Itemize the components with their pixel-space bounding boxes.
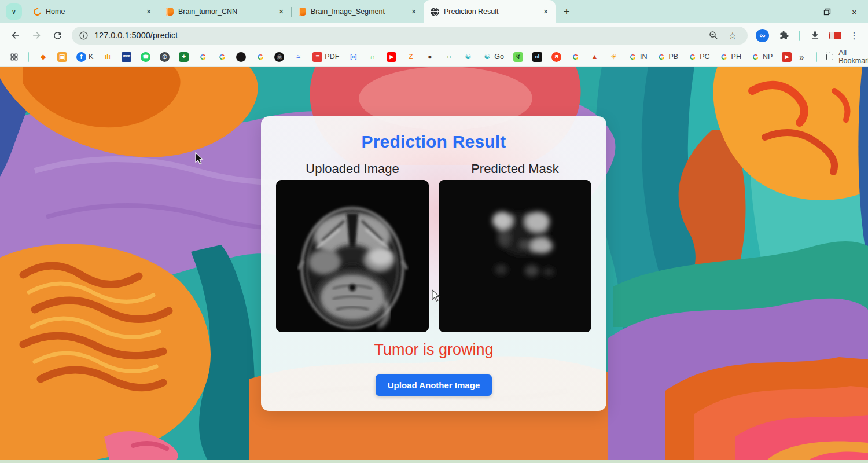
new-tab-button[interactable]: + [558, 3, 575, 20]
bookmark-green-plus[interactable]: + [175, 49, 193, 64]
menu-kebab-icon[interactable]: ⋮ [846, 27, 862, 43]
bookmark-google[interactable]: G [567, 49, 584, 64]
bookmark-youtube[interactable]: ▶ [382, 49, 400, 64]
bookmark-label: IN [640, 53, 648, 61]
bookmark-facebook[interactable]: f K [72, 49, 97, 64]
bookmark-label: Go [494, 53, 504, 61]
bookmark-diamond[interactable]: ◆ [34, 49, 52, 64]
bookmark-star-icon[interactable]: ☆ [724, 27, 741, 43]
download-icon [810, 30, 821, 41]
bookmark-zerodha[interactable]: Z [402, 49, 420, 64]
close-icon[interactable]: × [409, 6, 419, 17]
tab-prediction-result-active[interactable]: Prediction Result × [424, 0, 556, 23]
tab-home[interactable]: Home × [27, 0, 159, 23]
bookmark-label: PB [669, 53, 679, 61]
bookmark-google[interactable]: G PC [683, 49, 713, 64]
bookmark-icon: Я [551, 52, 561, 62]
zoom-icon[interactable] [708, 30, 719, 41]
toolbar-separator [799, 31, 800, 41]
mouse-cursor [194, 152, 204, 165]
bookmark-github[interactable] [232, 49, 250, 64]
bookmark-icon: ▶ [387, 52, 396, 62]
bookmark-icon: G [571, 52, 580, 62]
extensions-button[interactable] [774, 25, 793, 45]
back-button[interactable] [6, 25, 25, 45]
upload-another-image-button[interactable]: Upload Another Image [376, 374, 492, 396]
tab-brain-tumor-cnn[interactable]: Brain_tumor_CNN × [159, 0, 291, 23]
site-info-icon[interactable] [79, 31, 89, 41]
bookmark-red-app[interactable]: ▶ [778, 49, 796, 64]
downloads-button[interactable] [805, 25, 825, 45]
bookmark-pdf[interactable]: ≡ PDF [308, 49, 343, 64]
bookmark-icon: ⊕ [160, 52, 170, 62]
bookmarks-separator [28, 52, 29, 62]
bookmark-icon: ☯ [463, 52, 473, 62]
restore-button[interactable] [814, 0, 841, 23]
tab-title: Prediction Result [444, 8, 536, 16]
bookmark-swirl-teal[interactable]: ☯ [459, 49, 477, 64]
bookmark-icon: ☯ [482, 52, 492, 62]
bookmark-google[interactable]: G IN [624, 49, 652, 64]
bookmark-lens-dark[interactable]: ◉ [270, 49, 288, 64]
tab-strip: ∨ Home × Brain_tumor_CNN × Brain_Image_S… [0, 0, 868, 23]
bookmark-icon: ≡ [312, 52, 322, 62]
tab-search-button[interactable]: ∨ [6, 3, 22, 20]
extension-infinity-icon[interactable]: ∞ [756, 29, 769, 42]
jupyter-notebook-icon [166, 8, 174, 16]
bookmark-label: K [89, 53, 93, 61]
bookmarks-overflow-button[interactable]: » [797, 52, 806, 62]
reload-button[interactable] [47, 25, 67, 45]
bookmark-android[interactable]: ∩ [363, 49, 381, 64]
jupyter-notebook-icon [299, 8, 306, 16]
url-text[interactable]: 127.0.0.1:5000/predict [94, 31, 178, 40]
bookmark-google[interactable]: G [213, 49, 231, 64]
apps-grid-button[interactable] [6, 49, 23, 64]
page-viewport: Prediction Result Uploaded Image Predict… [0, 67, 868, 463]
bookmark-icon: [ıı] [348, 52, 358, 62]
bookmark-google[interactable]: G [251, 49, 269, 64]
bookmark-matlab[interactable]: ▲ [586, 49, 604, 64]
tab-brain-image-segment[interactable]: Brain_Image_Segment × [292, 0, 424, 23]
close-icon[interactable]: × [540, 6, 551, 17]
bookmark-google[interactable]: G NP [746, 49, 777, 64]
bookmark-whatsapp[interactable]: ☎ [137, 49, 155, 64]
chevron-down-icon: ∨ [12, 8, 17, 16]
bookmark-sun-orange[interactable]: ☀ [605, 49, 623, 64]
predicted-mask-heading: Predicted Mask [439, 161, 591, 177]
close-icon[interactable]: × [144, 6, 154, 17]
all-bookmarks-button[interactable]: All Bookmarks [838, 49, 868, 65]
bookmark-whale-blue[interactable]: ≈ [289, 49, 307, 64]
bookmark-swirl-teal[interactable]: ☯ Go [478, 49, 508, 64]
bookmark-globe-dark[interactable]: ⊕ [156, 49, 174, 64]
bookmark-ring-green[interactable]: ○ [440, 49, 458, 64]
address-bar[interactable]: 127.0.0.1:5000/predict ☆ [72, 27, 748, 45]
bookmark-google[interactable]: G PB [653, 49, 683, 64]
bookmark-icon: f [76, 52, 86, 62]
extension-red-badge-icon[interactable] [829, 32, 841, 39]
bookmark-icon: IEEE [122, 52, 131, 62]
bookmark-icon: ∩ [367, 52, 377, 62]
bookmark-google[interactable]: G PH [715, 49, 745, 64]
bookmark-cert-badge[interactable]: ▣ [53, 49, 71, 64]
bookmark-google[interactable]: G [194, 49, 212, 64]
reload-icon [52, 30, 63, 41]
tab-title: Brain_Image_Segment [311, 8, 404, 16]
bookmarks-bar: ◆ ▣ f K ılı IEEE ☎ [0, 47, 868, 67]
bookmark-ci-black[interactable]: cl [528, 49, 546, 64]
restore-icon [823, 8, 831, 16]
minimize-button[interactable]: – [786, 0, 814, 23]
bookmark-icon: ↯ [513, 52, 523, 62]
bookmark-ieee[interactable]: IEEE [117, 49, 135, 64]
bookmark-yandex[interactable]: Я [547, 49, 565, 64]
bookmark-icon: + [179, 52, 189, 62]
tab-title: Home [46, 8, 139, 16]
bookmark-bean[interactable]: ● [421, 49, 439, 64]
forward-button[interactable] [27, 25, 46, 45]
bookmark-bars-blue[interactable]: [ıı] [344, 49, 362, 64]
bookmarks-separator [816, 52, 817, 62]
close-window-button[interactable]: × [841, 0, 868, 23]
bookmark-analytics-bars[interactable]: ılı [98, 49, 116, 64]
close-icon[interactable]: × [276, 6, 286, 17]
bookmark-lightning-green[interactable]: ↯ [509, 49, 527, 64]
bookmark-icon: ▶ [782, 52, 792, 62]
